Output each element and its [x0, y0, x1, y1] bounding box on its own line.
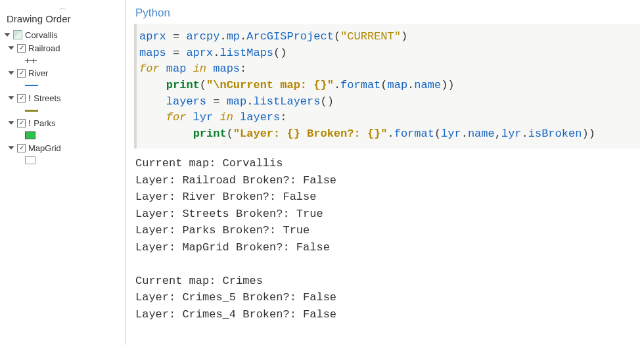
layer-swatch [3, 55, 122, 66]
code-token: )) [441, 79, 454, 91]
code-token: . [461, 127, 468, 140]
code-token: maps [139, 47, 166, 59]
expand-caret-icon[interactable] [9, 46, 14, 49]
visibility-checkbox[interactable]: ✓ [17, 119, 26, 127]
broken-source-icon: ! [28, 118, 31, 128]
layer-row[interactable]: ✓ ! Streets [3, 91, 122, 104]
code-token: ( [227, 127, 233, 140]
code-token: map [160, 62, 193, 75]
visibility-checkbox[interactable]: ✓ [17, 144, 26, 152]
layer-swatch [3, 80, 122, 91]
expand-caret-icon[interactable] [9, 121, 14, 124]
code-token: . [407, 79, 414, 91]
expand-caret-icon[interactable] [9, 71, 14, 74]
code-token: . [334, 79, 340, 91]
layer-row[interactable]: ✓ River [3, 66, 122, 80]
output-line: Layer: Streets Broken?: True [135, 208, 323, 220]
code-token: ( [200, 79, 206, 91]
layer-row[interactable]: ✓ Railroad [3, 41, 122, 55]
code-token: map [388, 79, 408, 91]
code-token: name [468, 127, 495, 140]
code-token: . [246, 95, 253, 108]
code-token: print [166, 79, 200, 91]
layer-name: River [28, 68, 48, 78]
contents-pane: ︿ Drawing Order Corvallis ✓ Railroad ✓ R… [0, 0, 126, 345]
output-line: Layer: Crimes_4 Broken?: False [135, 308, 336, 321]
code-token: ( [334, 30, 340, 43]
visibility-checkbox[interactable]: ✓ [17, 94, 26, 103]
python-output: Current map: Corvallis Layer: Railroad B… [126, 149, 644, 323]
code-token: format [340, 79, 380, 91]
code-token: name [414, 79, 441, 91]
pane-collapse-caret-icon[interactable]: ︿ [0, 4, 126, 11]
code-token: )) [582, 127, 595, 140]
code-token: listMaps [219, 47, 273, 59]
code-token: layers [233, 111, 280, 124]
layer-name: Streets [34, 93, 60, 103]
code-token: arcpy [186, 30, 219, 43]
output-line: Layer: Parks Broken?: True [135, 224, 310, 237]
code-token: () [320, 95, 333, 108]
code-token: . [240, 30, 246, 43]
code-token: ( [380, 79, 387, 91]
output-line: Current map: Crimes [135, 275, 263, 287]
map-name: Corvallis [25, 30, 58, 40]
code-token: for [166, 111, 187, 124]
code-token: . [213, 47, 219, 59]
code-token: in [219, 111, 233, 124]
drawing-order-title: Drawing Order [0, 11, 126, 28]
code-token [139, 127, 193, 140]
code-token: , [495, 127, 501, 140]
expand-caret-icon[interactable] [5, 33, 11, 36]
visibility-checkbox[interactable]: ✓ [17, 69, 26, 78]
code-token: for [139, 62, 160, 75]
code-token: format [394, 127, 434, 140]
python-window: Python aprx = arcpy.mp.ArcGISProject("CU… [126, 0, 644, 345]
output-line: Current map: Corvallis [135, 157, 283, 170]
code-token: aprx [186, 47, 213, 59]
code-token: aprx [139, 30, 166, 43]
expand-caret-icon[interactable] [9, 146, 14, 149]
layer-name: Railroad [28, 43, 60, 53]
map-icon [13, 30, 22, 39]
code-token: mp [227, 30, 240, 43]
code-token: = [166, 47, 187, 59]
layer-swatch [3, 129, 122, 141]
map-node[interactable]: Corvallis [3, 28, 122, 41]
code-token: lyr [186, 111, 219, 124]
code-token: () [273, 47, 287, 59]
code-token: . [387, 127, 394, 140]
code-token: maps [206, 62, 240, 75]
output-line: Layer: Railroad Broken?: False [135, 174, 336, 187]
output-line: Layer: MapGrid Broken?: False [135, 241, 330, 254]
visibility-checkbox[interactable]: ✓ [17, 44, 26, 53]
code-token: print [193, 127, 227, 140]
output-line: Layer: Crimes_5 Broken?: False [135, 291, 336, 304]
code-token: lyr [501, 127, 522, 140]
expand-caret-icon[interactable] [9, 96, 14, 99]
code-token: lyr [441, 127, 461, 140]
code-token: ( [434, 127, 441, 140]
output-line: Layer: River Broken?: False [135, 191, 316, 203]
code-token: : [240, 62, 246, 75]
layer-swatch [3, 104, 122, 116]
code-token: listLayers [253, 95, 320, 108]
code-token [139, 79, 166, 91]
code-token: . [219, 30, 226, 43]
layer-swatch [3, 154, 122, 166]
code-token: : [280, 111, 287, 124]
code-token: in [193, 62, 206, 75]
code-token: ) [401, 30, 407, 43]
layer-row[interactable]: ✓ ! Parks [3, 116, 122, 129]
layer-name: Parks [34, 118, 55, 128]
code-token: . [522, 127, 528, 140]
python-header: Python [126, 0, 644, 24]
layer-tree: Corvallis ✓ Railroad ✓ River ✓ ! Streets… [0, 28, 126, 166]
code-token: layers [166, 95, 206, 108]
layer-row[interactable]: ✓ MapGrid [3, 141, 122, 154]
code-token: ArcGISProject [246, 30, 334, 43]
code-token: map [227, 95, 247, 108]
code-token [139, 111, 166, 124]
python-code-input[interactable]: aprx = arcpy.mp.ArcGISProject("CURRENT")… [134, 24, 640, 149]
layer-name: MapGrid [28, 143, 61, 153]
